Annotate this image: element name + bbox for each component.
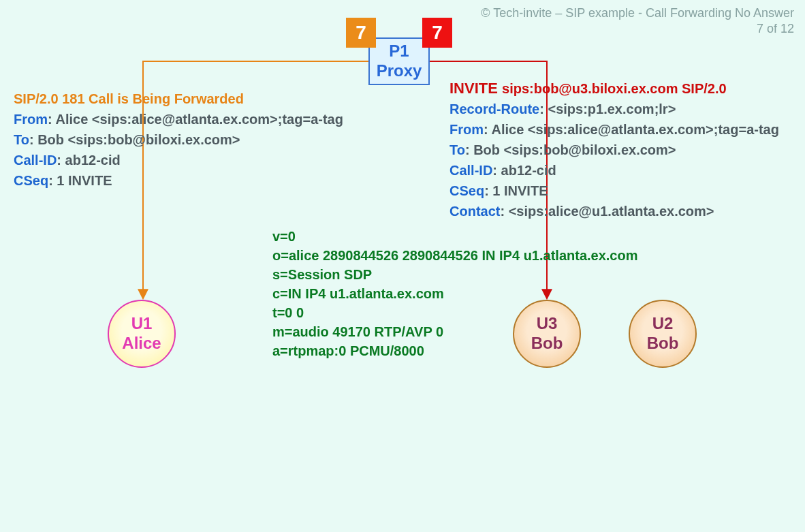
- proxy-line1: P1: [370, 42, 428, 61]
- node-u2-line1: U2: [630, 314, 695, 334]
- left-callid-val: : ab12-cid: [57, 153, 120, 168]
- right-from-val: : Alice <sips:alice@atlanta.ex.com>;tag=…: [484, 122, 779, 137]
- left-title: SIP/2.0 181 Call is Being Forwarded: [14, 89, 343, 109]
- sdp-l4: c=IN IP4 u1.atlanta.ex.com: [272, 284, 637, 303]
- header-copyright: © Tech-invite – SIP example - Call Forwa…: [481, 5, 794, 21]
- header-right: © Tech-invite – SIP example - Call Forwa…: [481, 5, 794, 37]
- right-cseq-key: CSeq: [449, 183, 484, 198]
- right-rr-val: : <sips:p1.ex.com;lr>: [539, 101, 676, 116]
- right-uri: sips:bob@u3.biloxi.ex.com SIP/2.0: [502, 81, 727, 96]
- node-u3-line1: U3: [514, 314, 580, 334]
- proxy-node: P1 Proxy: [368, 37, 430, 85]
- sdp-l7: a=rtpmap:0 PCMU/8000: [272, 341, 637, 360]
- step-badge-left: 7: [346, 18, 376, 48]
- step-badge-right: 7: [422, 18, 452, 48]
- left-cseq-val: : 1 INVITE: [48, 173, 112, 188]
- sdp-l1: v=0: [272, 227, 637, 246]
- sdp-l2: o=alice 2890844526 2890844526 IN IP4 u1.…: [272, 246, 637, 265]
- right-callid-key: Call-ID: [449, 163, 492, 178]
- right-to-key: To: [449, 142, 465, 157]
- left-callid-key: Call-ID: [14, 153, 57, 168]
- right-contact-key: Contact: [449, 204, 500, 219]
- right-callid-val: : ab12-cid: [492, 163, 556, 178]
- left-to-key: To: [14, 132, 29, 147]
- sdp-l6: m=audio 49170 RTP/AVP 0: [272, 322, 637, 341]
- header-page-number: 7 of 12: [481, 21, 794, 37]
- sdp-body: v=0 o=alice 2890844526 2890844526 IN IP4…: [272, 227, 637, 360]
- right-contact-val: : <sips:alice@u1.atlanta.ex.com>: [500, 204, 714, 219]
- left-to-val: : Bob <sips:bob@biloxi.ex.com>: [29, 132, 240, 147]
- sdp-l3: s=Session SDP: [272, 265, 637, 284]
- proxy-line2: Proxy: [370, 61, 428, 81]
- node-u2-bob: U2 Bob: [629, 300, 697, 368]
- right-cseq-val: : 1 INVITE: [484, 183, 548, 198]
- node-alice-line2: Alice: [109, 334, 174, 354]
- left-from-val: : Alice <sips:alice@atlanta.ex.com>;tag=…: [48, 112, 343, 127]
- node-u2-line2: Bob: [630, 334, 695, 354]
- node-u3-bob: U3 Bob: [513, 300, 581, 368]
- right-rr-key: Record-Route: [449, 101, 539, 116]
- left-from-key: From: [14, 112, 48, 127]
- node-u1-alice: U1 Alice: [108, 300, 176, 368]
- right-to-val: : Bob <sips:bob@biloxi.ex.com>: [465, 142, 676, 157]
- left-cseq-key: CSeq: [14, 173, 48, 188]
- left-message-block: SIP/2.0 181 Call is Being Forwarded From…: [14, 89, 343, 191]
- node-u3-line2: Bob: [514, 334, 580, 354]
- right-from-key: From: [449, 122, 484, 137]
- right-message-block: INVITE sips:bob@u3.biloxi.ex.com SIP/2.0…: [449, 78, 779, 221]
- sdp-l5: t=0 0: [272, 303, 637, 322]
- right-method: INVITE: [449, 80, 502, 97]
- node-alice-line1: U1: [109, 314, 174, 334]
